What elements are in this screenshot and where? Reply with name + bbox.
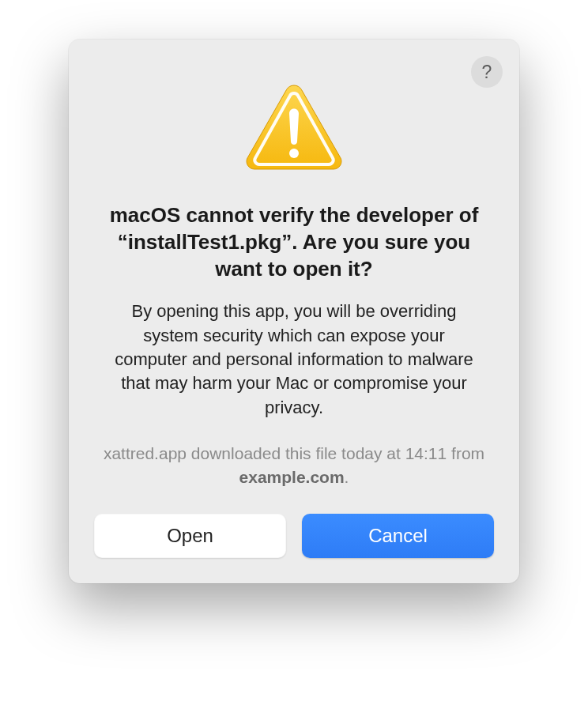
open-button[interactable]: Open (94, 514, 286, 558)
button-row: Open Cancel (94, 514, 494, 558)
gatekeeper-dialog: ? macOS cannot verify the developer of “… (69, 40, 519, 583)
quarantine-suffix: . (345, 468, 349, 486)
warning-icon-container (94, 81, 494, 175)
svg-point-0 (289, 149, 299, 158)
quarantine-domain: example.com (239, 468, 345, 486)
dialog-body: By opening this app, you will be overrid… (94, 300, 494, 420)
quarantine-info: xattred.app downloaded this file today a… (94, 442, 494, 488)
cancel-button[interactable]: Cancel (302, 514, 494, 558)
help-icon: ? (482, 63, 492, 81)
dialog-title: macOS cannot verify the developer of “in… (94, 202, 494, 282)
warning-icon (242, 81, 346, 175)
help-button[interactable]: ? (471, 56, 503, 88)
quarantine-prefix: xattred.app downloaded this file today a… (104, 444, 484, 462)
